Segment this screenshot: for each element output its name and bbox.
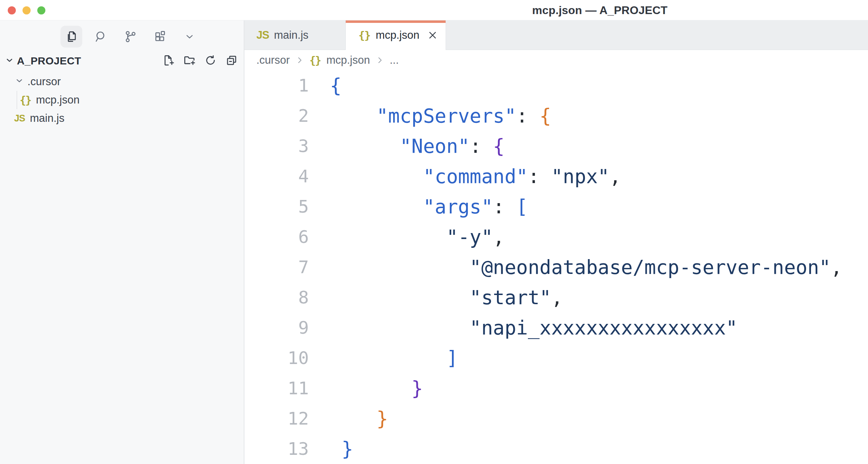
js-file-icon: JS (14, 113, 25, 124)
breadcrumb-folder[interactable]: .cursor (256, 54, 290, 67)
chevron-down-icon[interactable] (179, 26, 200, 48)
code-line[interactable]: 5 "args": [ (244, 192, 868, 222)
indent-guide (17, 91, 17, 109)
tab-label: mcp.json (376, 29, 419, 42)
window-title: mcp.json — A_PROJECT (532, 4, 668, 17)
code-line[interactable]: 2 "mcpServers": { (244, 101, 868, 131)
file-label: main.js (30, 112, 64, 125)
json-file-icon: {} (20, 94, 31, 106)
breadcrumb: .cursor {} mcp.json ... (244, 50, 868, 70)
line-number: 5 (244, 192, 309, 222)
line-number: 4 (244, 161, 309, 192)
file-label: mcp.json (36, 94, 79, 106)
line-number: 2 (244, 101, 309, 131)
file-tree: .cursor {} mcp.json JS main.js (0, 73, 244, 127)
folder-label: .cursor (27, 75, 61, 88)
code-line-content: ] (330, 343, 458, 373)
code-line[interactable]: 8 "start", (244, 282, 868, 313)
titlebar: mcp.json — A_PROJECT (0, 0, 868, 20)
code-line[interactable]: 13 } (244, 434, 868, 464)
line-number: 8 (244, 282, 309, 313)
chevron-down-icon (5, 56, 14, 66)
code-line[interactable]: 1{ (244, 70, 868, 101)
tree-item-mcp-json[interactable]: {} mcp.json (0, 91, 244, 109)
sidebar: A_PROJECT (0, 20, 244, 464)
close-window-button[interactable] (8, 6, 16, 14)
collapse-all-icon[interactable] (225, 54, 238, 68)
code-line-content: "napi_xxxxxxxxxxxxxxxx" (330, 313, 738, 343)
line-number: 3 (244, 131, 309, 161)
code-line-content: "-y", (330, 222, 505, 252)
line-number: 12 (244, 403, 309, 434)
line-number: 6 (244, 222, 309, 252)
new-folder-icon[interactable] (183, 54, 196, 68)
code-line[interactable]: 11 } (244, 373, 868, 403)
code-line-content: "mcpServers": { (330, 101, 551, 131)
code-line[interactable]: 9 "napi_xxxxxxxxxxxxxxxx" (244, 313, 868, 343)
code-editor[interactable]: 1{2 "mcpServers": {3 "Neon": {4 "command… (244, 70, 868, 464)
code-line-content: "args": [ (330, 192, 528, 222)
code-line-content: } (330, 373, 423, 403)
code-line[interactable]: 4 "command": "npx", (244, 161, 868, 192)
code-line[interactable]: 7 "@neondatabase/mcp-server-neon", (244, 252, 868, 282)
line-number: 13 (244, 434, 309, 464)
activity-bar (0, 20, 244, 48)
code-line[interactable]: 6 "-y", (244, 222, 868, 252)
minimize-window-button[interactable] (23, 6, 31, 14)
line-number: 9 (244, 313, 309, 343)
json-file-icon: {} (358, 29, 370, 42)
code-line-content: { (330, 70, 342, 101)
code-line[interactable]: 12 } (244, 403, 868, 434)
json-file-icon: {} (309, 54, 321, 67)
tab-bar: JS main.js {} mcp.json (244, 20, 868, 50)
code-line-content: "start", (330, 282, 563, 313)
tree-item-main-js[interactable]: JS main.js (0, 109, 244, 127)
breadcrumb-file[interactable]: mcp.json (326, 54, 370, 67)
new-file-icon[interactable] (162, 54, 175, 68)
project-root-label: A_PROJECT (17, 55, 81, 67)
code-line[interactable]: 10 ] (244, 343, 868, 373)
code-line-content: "Neon": { (330, 131, 505, 161)
code-line-content: } (330, 403, 388, 434)
line-number: 7 (244, 252, 309, 282)
traffic-lights (8, 6, 45, 14)
refresh-icon[interactable] (204, 54, 217, 68)
code-line-content: } (330, 434, 353, 464)
chevron-right-icon (376, 56, 384, 64)
chevron-down-icon (15, 75, 24, 88)
close-tab-icon[interactable] (427, 30, 438, 40)
editor-area: JS main.js {} mcp.json .cursor {} mcp.js… (244, 20, 868, 464)
explorer-header[interactable]: A_PROJECT (0, 52, 244, 70)
code-line[interactable]: 3 "Neon": { (244, 131, 868, 161)
js-file-icon: JS (256, 29, 269, 42)
source-control-icon[interactable] (120, 26, 141, 48)
search-icon[interactable] (90, 26, 112, 48)
line-number: 1 (244, 70, 309, 101)
breadcrumb-tail[interactable]: ... (390, 54, 399, 67)
line-number: 11 (244, 373, 309, 403)
line-number: 10 (244, 343, 309, 373)
chevron-right-icon (295, 56, 304, 64)
tab-main-js[interactable]: JS main.js (244, 20, 346, 50)
files-icon[interactable] (60, 26, 82, 48)
code-lines: 1{2 "mcpServers": {3 "Neon": {4 "command… (244, 70, 868, 464)
code-line-content: "@neondatabase/mcp-server-neon", (330, 252, 842, 282)
tab-label: main.js (274, 29, 308, 42)
extensions-icon[interactable] (149, 26, 171, 48)
zoom-window-button[interactable] (37, 6, 45, 14)
tree-item-cursor-folder[interactable]: .cursor (0, 73, 244, 91)
tab-mcp-json[interactable]: {} mcp.json (346, 20, 446, 50)
code-line-content: "command": "npx", (330, 161, 621, 192)
